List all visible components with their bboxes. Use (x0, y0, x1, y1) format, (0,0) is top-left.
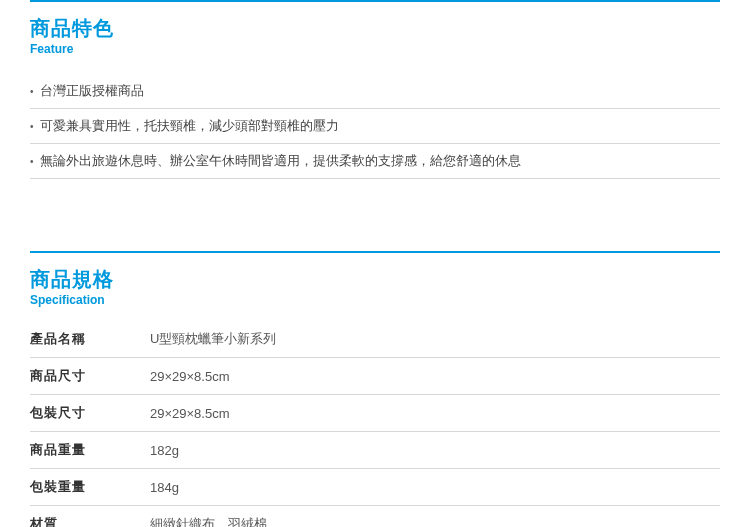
feature-header: 商品特色 Feature (30, 16, 720, 56)
spec-row: 材質 細緻針織布、羽絨棉 (30, 506, 720, 528)
spec-label: 商品尺寸 (30, 358, 150, 395)
spec-section: 商品規格 Specification 產品名稱 U型頸枕蠟筆小新系列 商品尺寸 … (0, 251, 750, 527)
feature-title-en: Feature (30, 42, 720, 56)
spec-rule (30, 251, 720, 253)
spec-row: 商品尺寸 29×29×8.5cm (30, 358, 720, 395)
feature-title-zh: 商品特色 (30, 16, 720, 40)
spec-row: 商品重量 182g (30, 432, 720, 469)
spec-row: 包裝尺寸 29×29×8.5cm (30, 395, 720, 432)
feature-text: 可愛兼具實用性，托扶頸椎，減少頭部對頸椎的壓力 (40, 117, 339, 135)
spec-value: 29×29×8.5cm (150, 358, 720, 395)
feature-list: 台灣正版授權商品 可愛兼具實用性，托扶頸椎，減少頭部對頸椎的壓力 無論外出旅遊休… (30, 74, 720, 179)
spec-table: 產品名稱 U型頸枕蠟筆小新系列 商品尺寸 29×29×8.5cm 包裝尺寸 29… (30, 321, 720, 527)
feature-item: 無論外出旅遊休息時、辦公室午休時間皆適用，提供柔軟的支撐感，給您舒適的休息 (30, 144, 720, 179)
feature-item: 台灣正版授權商品 (30, 74, 720, 109)
spec-value: 29×29×8.5cm (150, 395, 720, 432)
spec-label: 商品重量 (30, 432, 150, 469)
spec-label: 材質 (30, 506, 150, 528)
spec-value: 184g (150, 469, 720, 506)
spec-title-zh: 商品規格 (30, 267, 720, 291)
spec-label: 包裝尺寸 (30, 395, 150, 432)
spec-title-en: Specification (30, 293, 720, 307)
feature-section: 商品特色 Feature 台灣正版授權商品 可愛兼具實用性，托扶頸椎，減少頭部對… (0, 0, 750, 179)
spec-label: 包裝重量 (30, 469, 150, 506)
spec-row: 產品名稱 U型頸枕蠟筆小新系列 (30, 321, 720, 358)
feature-item: 可愛兼具實用性，托扶頸椎，減少頭部對頸椎的壓力 (30, 109, 720, 144)
spec-label: 產品名稱 (30, 321, 150, 358)
spec-row: 包裝重量 184g (30, 469, 720, 506)
feature-rule (30, 0, 720, 2)
spec-value: 細緻針織布、羽絨棉 (150, 506, 720, 528)
section-gap (0, 179, 750, 251)
feature-text: 台灣正版授權商品 (40, 82, 144, 100)
spec-value: 182g (150, 432, 720, 469)
spec-value: U型頸枕蠟筆小新系列 (150, 321, 720, 358)
spec-header: 商品規格 Specification (30, 267, 720, 307)
feature-text: 無論外出旅遊休息時、辦公室午休時間皆適用，提供柔軟的支撐感，給您舒適的休息 (40, 152, 521, 170)
